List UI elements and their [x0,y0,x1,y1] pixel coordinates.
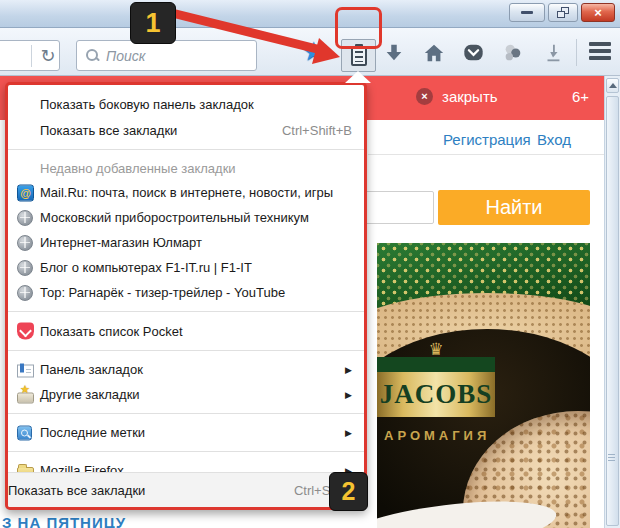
minimize-button[interactable] [509,3,545,22]
download-icon[interactable] [542,42,564,64]
bookmark-item-f1it[interactable]: Блог о компьютерах F1-IT.ru | F1-IT [8,255,364,280]
site-search-input[interactable] [356,191,434,224]
menu-item-show-all-bookmarks-top[interactable]: Показать все закладки Ctrl+Shift+B [8,117,364,143]
close-button[interactable]: × [581,3,615,22]
url-bar[interactable]: ↻ [0,40,60,71]
menu-anchor-arrow [345,71,371,83]
page-scrollbar[interactable] [604,76,620,528]
banner-close-icon[interactable]: × [416,88,433,105]
menu-item-bookmarks-toolbar[interactable]: Панель закладок ▶ [8,357,364,382]
window-controls: × [509,3,615,22]
ad-brand-name: JACOBS [380,379,493,410]
bookmark-item-technikum[interactable]: Московский приборостроительный техникум [8,205,364,230]
age-badge: 6+ [572,88,589,105]
home-icon[interactable] [423,42,445,64]
step1-callout: 1 [130,2,176,44]
submenu-arrow-icon: ▶ [345,390,352,400]
step1-highlight-box [335,7,382,49]
menu-item-recent-tags[interactable]: Последние метки ▶ [8,420,364,445]
close-icon: × [594,5,602,20]
shortcut-label: Ctrl+Shift+B [282,123,352,138]
search-box[interactable] [76,40,257,71]
mailru-favicon: @ [17,184,34,201]
circles-addon-icon[interactable] [502,42,524,64]
search-icon [86,49,99,62]
submenu-arrow-icon: ▶ [345,428,352,438]
pocket-icon [17,323,34,340]
globe-favicon [17,260,33,276]
browser-toolbar: ↻ ★ [0,28,620,76]
bookmarks-toolbar-icon [17,364,34,377]
menu-item-pocket-list[interactable]: Показать список Pocket [8,318,364,344]
page-divider [368,154,604,155]
reload-button[interactable]: ↻ [37,43,59,69]
sync-arrow-icon[interactable] [383,42,405,64]
menu-hamburger-button[interactable] [589,42,611,60]
banner-close-label[interactable]: закрыть [442,88,498,105]
restore-icon [557,7,569,18]
restore-button[interactable] [548,3,578,22]
scrollbar-up-button[interactable] [606,78,619,93]
menu-separator [8,413,364,414]
globe-favicon [17,210,33,226]
step2-callout: 2 [329,472,368,511]
folder-star-icon [17,392,34,403]
menu-item-other-bookmarks[interactable]: Другие закладки ▶ [8,382,364,407]
jacobs-ad-banner[interactable]: ♛ JACOBS АРОМАГИЯ [377,243,590,528]
bookmarks-menu-panel: Показать боковую панель закладок Показат… [5,82,367,510]
crown-icon: ♛ [377,339,495,360]
menu-separator [8,149,364,150]
bookmark-star-icon[interactable]: ★ [302,36,325,67]
recent-bookmarks-header: Недавно добавленные закладки [8,156,364,180]
tag-search-icon [17,425,32,440]
menu-item-show-sidebar[interactable]: Показать боковую панель закладок [8,91,364,117]
pocket-icon[interactable] [462,42,485,64]
menu-separator [8,451,364,452]
submenu-arrow-icon: ▶ [345,365,352,375]
menu-separator [8,350,364,351]
globe-favicon [17,285,33,301]
bookmark-item-ulmart[interactable]: Интернет-магазин Юлмарт [8,230,364,255]
ad-gold-band: JACOBS [377,372,495,417]
globe-favicon [17,235,33,251]
register-link[interactable]: Регистрация [443,131,531,148]
bookmark-item-youtube[interactable]: Тор: Рагнарёк - тизер-трейлер - YouTube [8,280,364,305]
minimize-icon [521,11,533,14]
urlbar-divider [31,45,32,67]
bookmark-item-mailru[interactable]: @ Mail.Ru: почта, поиск в интернете, нов… [8,180,364,205]
search-input[interactable] [106,48,246,64]
toolbar-divider [576,39,577,66]
partial-page-link[interactable]: З НА ПЯТНИЦУ [2,514,126,528]
ad-tagline: АРОМАГИЯ [384,428,490,443]
scrollbar-grip [608,454,615,463]
login-link[interactable]: Вход [537,131,571,148]
find-button[interactable]: Найти [438,190,590,225]
menu-separator [8,311,364,312]
menu-footer-show-all-bookmarks[interactable]: Показать все закладки Ctrl+Shift+B [8,472,364,507]
